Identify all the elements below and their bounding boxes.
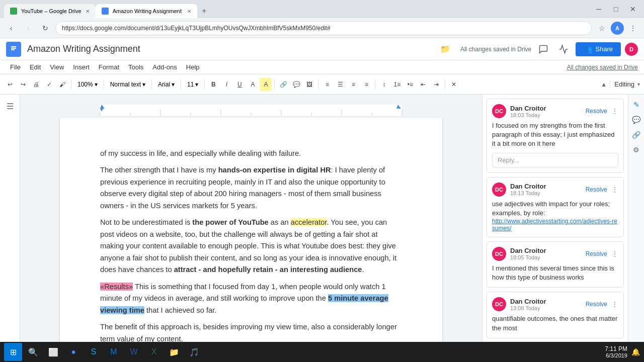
comment-2-resolve[interactable]: Resolve — [586, 186, 607, 193]
doc-content[interactable]: of my success in life, and especially wh… — [20, 95, 482, 362]
toolbar-sep-8 — [375, 79, 375, 89]
tab-drive[interactable]: YouTube – Google Drive ✕ — [4, 4, 96, 18]
comment-inline-button[interactable]: 💬 — [290, 78, 302, 91]
right-icon-2[interactable]: 💬 — [630, 114, 642, 126]
notification-icon[interactable]: 🔔 — [631, 348, 640, 356]
align-left-button[interactable]: ≡ — [321, 78, 333, 91]
comment-1-more[interactable]: ⋮ — [611, 107, 618, 115]
doc-page[interactable]: of my success in life, and especially wh… — [60, 118, 442, 362]
right-icon-3[interactable]: 🔗 — [630, 129, 642, 141]
nav-right: ☆ A ⋮ — [595, 21, 640, 35]
menu-button[interactable]: ⋮ — [626, 21, 640, 35]
tab-drive-close[interactable]: ✕ — [86, 9, 90, 14]
comment-3-more[interactable]: ⋮ — [611, 250, 618, 258]
doc-toolbar-top: Amazon Writing Assignment 📁 All changes … — [0, 38, 644, 60]
start-button[interactable]: ⊞ — [4, 343, 22, 361]
fontsize-dropdown[interactable]: 11 ▾ — [184, 78, 202, 91]
align-right-button[interactable]: ≡ — [347, 78, 359, 91]
style-dropdown[interactable]: Normal text ▾ — [107, 78, 149, 91]
right-icon-1[interactable]: ✎ — [630, 99, 642, 111]
comment-4-author: Dan Croitor — [510, 298, 546, 305]
zoom-dropdown[interactable]: 100% ▾ — [74, 78, 101, 91]
highlight-results: «Results» — [100, 283, 133, 291]
activity-button[interactable] — [555, 41, 572, 57]
app6-taskbar[interactable]: 🎵 — [185, 343, 203, 361]
doc-title[interactable]: Amazon Writing Assignment — [27, 44, 436, 54]
comment-1-resolve[interactable]: Resolve — [586, 108, 607, 115]
refresh-button[interactable]: ↻ — [38, 21, 52, 35]
back-button[interactable]: ‹ — [4, 21, 18, 35]
comment-2-more[interactable]: ⋮ — [611, 186, 618, 194]
comment-4-more[interactable]: ⋮ — [611, 300, 618, 308]
text-color-button[interactable]: A — [247, 78, 259, 91]
word-taskbar[interactable]: W — [125, 343, 143, 361]
paint-format-button[interactable]: 🖌 — [56, 78, 68, 91]
print-button[interactable]: 🖨 — [30, 78, 42, 91]
clear-format-button[interactable]: ✕ — [448, 78, 460, 91]
comment-4-meta: Dan Croitor 13:08 Today — [510, 298, 546, 311]
tab-docs-close[interactable]: ✕ — [187, 9, 191, 14]
fontsize-chevron: ▾ — [195, 81, 198, 88]
menu-addons[interactable]: Add-ons — [148, 62, 181, 72]
right-sidebar: ✎ 💬 🔗 ⚙ + — [628, 95, 644, 362]
undo-button[interactable]: ↩ — [4, 78, 16, 91]
image-button[interactable]: 🖼 — [303, 78, 315, 91]
menu-file[interactable]: File — [6, 62, 25, 72]
skype-taskbar[interactable]: S — [85, 343, 103, 361]
task-view-button[interactable]: ⬜ — [44, 343, 62, 361]
menu-format[interactable]: Format — [95, 62, 123, 72]
right-icon-4[interactable]: ⚙ — [630, 144, 642, 156]
increase-indent-button[interactable]: ⇥ — [430, 78, 442, 91]
justify-button[interactable]: ≡ — [360, 78, 372, 91]
redo-button[interactable]: ↪ — [17, 78, 29, 91]
new-tab-button[interactable]: + — [197, 4, 211, 18]
menu-insert[interactable]: Insert — [69, 62, 94, 72]
bullet-list-button[interactable]: •≡ — [404, 78, 416, 91]
underline-button[interactable]: U — [233, 78, 246, 91]
comment-4-resolve[interactable]: Resolve — [586, 301, 607, 308]
link-button[interactable]: 🔗 — [277, 78, 289, 91]
bookmark-button[interactable]: ☆ — [595, 21, 609, 35]
address-text: https://docs.google.com/document/d/13uEy… — [62, 25, 331, 32]
search-taskbar[interactable]: 🔍 — [24, 343, 42, 361]
menu-edit[interactable]: Edit — [26, 62, 45, 72]
close-window-button[interactable]: ✕ — [626, 2, 640, 16]
tab-docs[interactable]: Amazon Writing Assignment – G... ✕ — [96, 4, 197, 18]
user-avatar[interactable]: D — [625, 43, 638, 56]
comment-4: DC Dan Croitor 13:08 Today Resolve ⋮ qua… — [487, 292, 624, 338]
comment-3-resolve[interactable]: Resolve — [586, 250, 607, 257]
line-spacing-button[interactable]: ↕ — [378, 78, 390, 91]
collapse-toolbar-button[interactable]: ▲ — [599, 79, 609, 89]
comment-1-time: 18:03 Today — [510, 112, 546, 118]
italic-button[interactable]: I — [220, 78, 232, 91]
align-center-button[interactable]: ☰ — [334, 78, 346, 91]
app5-taskbar[interactable]: 📁 — [165, 343, 183, 361]
bold-button[interactable]: B — [207, 78, 219, 91]
menu-help[interactable]: Help — [182, 62, 204, 72]
excel-taskbar[interactable]: X — [145, 343, 163, 361]
highlight-button[interactable]: A — [260, 78, 272, 91]
menu-tools[interactable]: Tools — [124, 62, 147, 72]
comments-toggle-button[interactable] — [535, 41, 551, 57]
maximize-button[interactable]: □ — [609, 2, 623, 16]
decrease-indent-button[interactable]: ⇤ — [417, 78, 429, 91]
forward-button[interactable]: › — [21, 21, 35, 35]
comment-4-header: DC Dan Croitor 13:08 Today Resolve ⋮ — [492, 297, 618, 311]
profile-avatar[interactable]: A — [611, 22, 624, 35]
folder-icon[interactable]: 📁 — [440, 44, 450, 54]
minimize-button[interactable]: ─ — [592, 2, 606, 16]
numbered-list-button[interactable]: 1≡ — [391, 78, 403, 91]
font-dropdown[interactable]: Arial ▾ — [154, 78, 178, 91]
chrome-taskbar[interactable]: ● — [64, 343, 83, 361]
drive-favicon — [10, 8, 17, 15]
outlook-taskbar[interactable]: M — [105, 343, 123, 361]
address-bar[interactable]: https://docs.google.com/document/d/13uEy… — [55, 21, 592, 35]
comment-1-reply[interactable]: Reply... — [492, 153, 618, 167]
editing-mode-label: Editing — [614, 80, 634, 88]
comment-2-link[interactable]: http://www.adjectivesstarting.com/adject… — [492, 218, 618, 232]
sidebar-outline-icon[interactable]: ☰ — [3, 99, 18, 114]
spellcheck-button[interactable]: ✓ — [43, 78, 55, 91]
menu-view[interactable]: View — [46, 62, 68, 72]
share-button[interactable]: 👥 Share — [576, 42, 621, 56]
editing-chevron[interactable]: ▾ — [637, 81, 640, 87]
